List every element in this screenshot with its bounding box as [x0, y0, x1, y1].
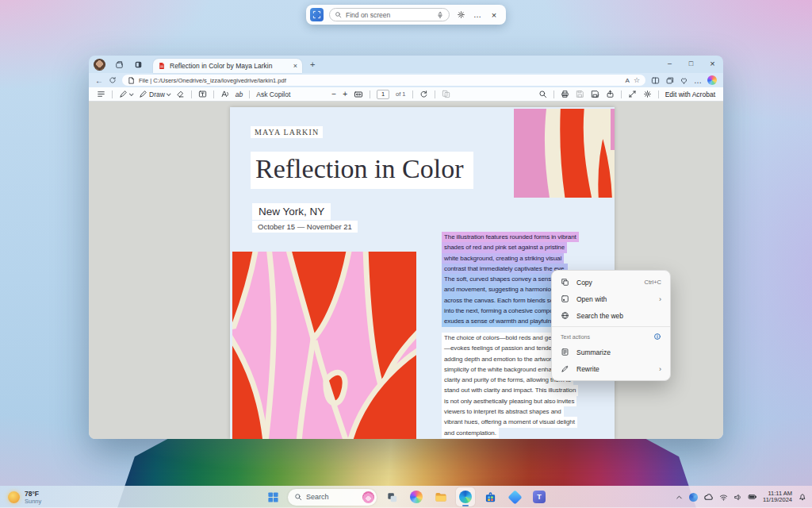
workspaces-icon[interactable] [113, 59, 124, 70]
new-tab-button[interactable]: + [310, 60, 315, 69]
page-number-input[interactable] [377, 90, 389, 99]
weather-widget[interactable]: 78°F Sunny [8, 490, 41, 505]
collections-icon[interactable] [665, 76, 674, 85]
taskbar-search[interactable]: Search [288, 489, 377, 506]
table-of-contents-icon[interactable] [97, 90, 105, 98]
print-icon[interactable] [561, 90, 569, 98]
file-icon [128, 77, 135, 84]
url-text: File | C:/Users/Onedrive/s_izza/lovegive… [139, 77, 622, 84]
chevron-down-icon[interactable] [167, 91, 171, 96]
zoom-in-icon[interactable]: + [343, 90, 347, 98]
search-document-icon[interactable] [538, 90, 547, 98]
tray-chevron-up-icon[interactable] [675, 493, 684, 502]
file-explorer-button[interactable] [431, 487, 450, 506]
share-icon[interactable] [606, 90, 615, 98]
teams-button[interactable]: T [530, 487, 549, 506]
refresh-icon[interactable] [109, 76, 117, 84]
open-with-icon [561, 294, 569, 303]
taskbar: 78°F Sunny Search T [0, 486, 812, 508]
selected-text-line[interactable]: The illustration features rounded forms … [442, 232, 579, 242]
minimize-button[interactable]: – [659, 56, 680, 71]
system-tray: 11:11 AM 11/19/2024 [675, 491, 807, 504]
rotate-icon[interactable] [419, 90, 428, 98]
zoom-out-icon[interactable]: − [331, 90, 336, 98]
eraser-icon[interactable] [176, 90, 185, 98]
m365-copilot-button[interactable] [505, 487, 524, 506]
split-screen-icon[interactable] [651, 76, 660, 85]
start-button[interactable] [263, 487, 282, 506]
browser-tab[interactable]: Reflection in Color by Maya Larkin × [153, 59, 302, 73]
selected-text-line[interactable]: exudes a sense of warmth and playfulness… [442, 316, 565, 326]
read-aloud-icon[interactable]: A [626, 77, 630, 84]
edge-icon [459, 491, 472, 503]
m365-icon [508, 490, 522, 504]
edge-browser-button[interactable] [456, 487, 475, 506]
volume-icon[interactable] [733, 493, 742, 502]
menu-item-rewrite[interactable]: Rewrite › [552, 360, 670, 377]
fit-to-width-icon[interactable] [354, 90, 363, 99]
back-icon[interactable]: ← [95, 76, 103, 85]
highlighter-icon[interactable] [119, 90, 132, 98]
context-menu: Copy Ctrl+C Open with › Search the web T… [551, 270, 671, 381]
task-view-button[interactable] [382, 487, 401, 506]
menu-item-summarize[interactable]: Summarize [552, 344, 670, 360]
wifi-icon[interactable] [719, 493, 728, 502]
microsoft-store-button[interactable] [481, 487, 500, 506]
settings-more-icon[interactable]: … [694, 76, 702, 85]
tray-app-icon[interactable] [689, 493, 698, 502]
close-button[interactable]: × [702, 56, 723, 71]
draw-tool[interactable]: Draw [139, 90, 170, 98]
tab-strip: Reflection in Color by Maya Larkin × + –… [89, 56, 723, 73]
search-highlight-image [362, 491, 374, 503]
read-aloud-icon[interactable] [220, 90, 229, 98]
page-view-icon [442, 90, 450, 98]
edit-with-acrobat-button[interactable]: Edit with Acrobat [665, 90, 715, 98]
clock[interactable]: 11:11 AM 11/19/2024 [763, 491, 792, 504]
tray-date: 11/19/2024 [763, 497, 792, 504]
sun-icon [8, 491, 20, 503]
summarize-icon [561, 348, 569, 356]
profile-avatar[interactable] [94, 59, 105, 71]
menu-section-text-actions: Text actions [552, 329, 670, 344]
document-byline: MAYA LARKIN [251, 126, 323, 138]
pdf-settings-gear-icon[interactable] [643, 90, 652, 98]
pdf-file-icon [158, 62, 166, 70]
find-settings-icon[interactable] [455, 10, 466, 21]
selected-text-line[interactable]: contrast that immediately captivates the… [442, 264, 568, 274]
microphone-icon[interactable] [436, 11, 444, 19]
copilot-app-button[interactable] [407, 487, 426, 506]
menu-item-copy[interactable]: Copy Ctrl+C [552, 274, 670, 291]
notification-bell-icon[interactable] [798, 492, 807, 502]
tab-actions-icon[interactable] [132, 59, 144, 70]
menu-item-search-web[interactable]: Search the web [552, 307, 670, 324]
text-line: is not only aesthetically pleasing but a… [442, 396, 576, 406]
find-search-input[interactable]: Find on screen [329, 8, 450, 21]
battery-icon[interactable] [748, 492, 757, 502]
visual-search-icon[interactable] [310, 8, 324, 21]
tab-title: Reflection in Color by Maya Larkin [170, 62, 289, 70]
ask-copilot-button[interactable]: Ask Copilot [256, 90, 290, 98]
chevron-down-icon[interactable] [129, 91, 134, 96]
taskbar-center: Search T [263, 487, 549, 506]
text-line: and contemplation. [442, 428, 499, 438]
save-as-icon[interactable] [591, 90, 599, 98]
browser-essentials-icon[interactable] [680, 76, 688, 85]
fullscreen-icon[interactable] [628, 90, 637, 98]
copilot-icon[interactable] [707, 75, 717, 85]
find-close-button[interactable]: × [488, 10, 500, 21]
selected-text-line[interactable]: white background, creating a striking vi… [442, 253, 564, 264]
address-bar[interactable]: File | C:/Users/Onedrive/s_izza/lovegive… [122, 75, 645, 86]
info-icon[interactable] [653, 333, 661, 341]
translate-icon[interactable]: ab [236, 90, 243, 98]
menu-item-open-with[interactable]: Open with › [552, 291, 670, 307]
find-more-button[interactable]: … [472, 10, 483, 21]
selected-text-line[interactable]: shades of red and pink set against a pri… [442, 242, 567, 252]
maximize-button[interactable]: □ [680, 56, 702, 71]
find-on-screen-bar: Find on screen … × [306, 5, 506, 25]
teams-icon: T [533, 491, 546, 503]
text-field-icon[interactable] [198, 90, 207, 98]
favorite-star-icon[interactable]: ☆ [634, 76, 640, 84]
onedrive-cloud-icon[interactable] [703, 492, 714, 502]
shortcut-label: Ctrl+C [645, 279, 661, 286]
tab-close-icon[interactable]: × [293, 62, 297, 70]
